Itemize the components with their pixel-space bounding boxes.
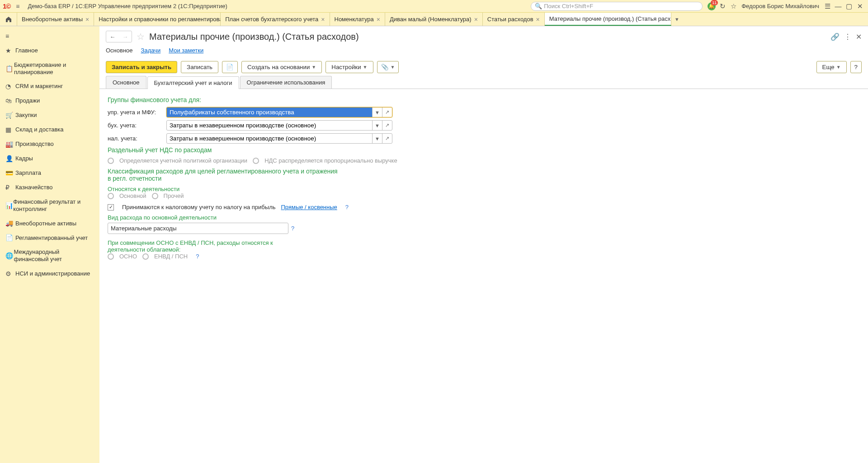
tab-nomenclature[interactable]: Номенклатура× xyxy=(330,13,385,26)
sidebar-item-hr[interactable]: 👤Кадры xyxy=(0,151,99,166)
sidebar-item-salary[interactable]: 💳Зарплата xyxy=(0,166,99,180)
sidebar-item-production[interactable]: 🏭Производство xyxy=(0,137,99,151)
user-name[interactable]: Федоров Борис Михайлович xyxy=(741,3,819,9)
tab-assets[interactable]: Внеоборотные активы× xyxy=(17,13,94,26)
tab-overflow-icon[interactable]: ▾ xyxy=(671,13,683,26)
dropdown-icon[interactable]: ▼ xyxy=(372,134,382,143)
section-combined: При совмещении ОСНО с ЕНВД / ПСН, расход… xyxy=(108,239,288,253)
link-direct-indirect[interactable]: Прямые / косвенные xyxy=(281,204,337,210)
radio-vat-policy[interactable] xyxy=(108,158,114,164)
sidebar-item-admin[interactable]: ⚙НСИ и администрирование xyxy=(0,267,99,281)
sidebar-item-regulated[interactable]: 📄Регламентированный учет xyxy=(0,230,99,245)
tab-chart-accounts[interactable]: План счетов бухгалтерского учета× xyxy=(221,13,330,26)
close-window-icon[interactable]: ✕ xyxy=(854,1,865,12)
help-hint-icon[interactable]: ? xyxy=(345,204,349,210)
tab-materials-expense[interactable]: Материалы прочие (производ.) (Статья рас… xyxy=(545,13,671,26)
save-close-button[interactable]: Записать и закрыть xyxy=(106,61,177,73)
label-buh: бух. учета: xyxy=(108,122,166,129)
combo-upr[interactable]: ▼ ↗ xyxy=(166,107,392,117)
home-tab[interactable] xyxy=(0,13,17,26)
combo-nal[interactable]: ▼ ↗ xyxy=(166,133,392,144)
sidebar-item-warehouse[interactable]: ▦Склад и доставка xyxy=(0,122,99,137)
minimize-icon[interactable]: — xyxy=(833,1,844,12)
nav-main[interactable]: Основное xyxy=(106,47,133,54)
sidebar-item-ifrs[interactable]: 🌐Международный финансовый учет xyxy=(0,245,99,266)
close-icon[interactable]: × xyxy=(377,16,380,23)
sidebar-item-sales[interactable]: 🛍Продажи xyxy=(0,94,99,108)
label-upr: упр. учета и МФУ: xyxy=(108,109,166,116)
checkbox-tax[interactable]: ✓ xyxy=(108,204,114,210)
search-placeholder: Поиск Ctrl+Shift+F xyxy=(544,3,593,9)
back-button[interactable]: ← xyxy=(106,31,119,42)
help-button[interactable]: ? xyxy=(850,61,862,73)
search-icon: 🔍 xyxy=(535,3,542,9)
sidebar-item-fixed-assets[interactable]: 🚚Внеоборотные активы xyxy=(0,216,99,230)
doc-icon: 📄 xyxy=(5,234,15,241)
global-search[interactable]: 🔍 Поиск Ctrl+Shift+F xyxy=(531,2,703,11)
radio-activity-other[interactable] xyxy=(152,193,158,199)
sidebar-toggle[interactable]: ≡ xyxy=(0,29,99,43)
attach-button[interactable]: 📎▼ xyxy=(377,61,399,73)
link-icon[interactable]: 🔗 xyxy=(830,33,840,41)
sidebar-item-budgeting[interactable]: 📋Бюджетирование и планирование xyxy=(0,58,99,79)
sidebar-item-purchases[interactable]: 🛒Закупки xyxy=(0,108,99,122)
close-icon[interactable]: × xyxy=(536,16,540,23)
nav-notes[interactable]: Мои заметки xyxy=(169,47,203,54)
user-menu-icon[interactable]: ☰ xyxy=(822,1,833,12)
tab-settings-refs[interactable]: Настройки и справочники по регламентиров… xyxy=(94,13,221,26)
radio-activity-main[interactable] xyxy=(108,193,114,199)
favorite-page-icon[interactable]: ☆ xyxy=(137,31,145,42)
tab-divan[interactable]: Диван малый (Номенклатура)× xyxy=(385,13,483,26)
gear-icon: ⚙ xyxy=(5,270,15,277)
sidebar-item-main[interactable]: ★Главное xyxy=(0,43,99,58)
input-buh[interactable] xyxy=(167,121,372,130)
dropdown-icon[interactable]: ▼ xyxy=(372,121,382,130)
combo-buh[interactable]: ▼ ↗ xyxy=(166,120,392,131)
help-hint-icon[interactable]: ? xyxy=(196,253,199,260)
open-icon[interactable]: ↗ xyxy=(382,108,392,117)
input-upr[interactable] xyxy=(167,108,372,117)
settings-button[interactable]: Настройки▼ xyxy=(326,61,373,73)
open-icon[interactable]: ↗ xyxy=(382,121,392,130)
forward-button[interactable]: → xyxy=(119,31,132,42)
tab-expense-items[interactable]: Статьи расходов× xyxy=(483,13,545,26)
sidebar-item-finresult[interactable]: 📊Финансовый результат и контроллинг xyxy=(0,195,99,216)
close-icon[interactable]: × xyxy=(474,16,478,23)
main-menu-icon[interactable]: ≡ xyxy=(12,3,23,10)
app-title: Демо-база ERP / 1С:ERP Управление предпр… xyxy=(28,3,227,9)
help-hint-icon[interactable]: ? xyxy=(291,225,294,232)
close-icon[interactable]: × xyxy=(321,16,325,23)
subtab-accounting[interactable]: Бухгалтерский учет и налоги xyxy=(147,76,239,89)
create-based-button[interactable]: Создать на основании▼ xyxy=(241,61,322,73)
select-expense-type[interactable]: Материальные расходы xyxy=(108,223,288,234)
expense-type-label: Вид расхода по основной деятельности xyxy=(108,214,860,221)
factory-icon: 🏭 xyxy=(5,140,15,148)
title-bar: 1© ≡ Демо-база ERP / 1С:ERP Управление п… xyxy=(0,0,868,13)
close-page-icon[interactable]: ✕ xyxy=(856,33,862,41)
notifications-icon[interactable]: 🔔 11 xyxy=(706,1,717,12)
nav-tasks[interactable]: Задачи xyxy=(141,47,161,54)
radio-envd[interactable] xyxy=(142,253,149,260)
radio-osno[interactable] xyxy=(108,253,114,260)
more-icon[interactable]: ⋮ xyxy=(844,33,851,41)
subtab-restriction[interactable]: Ограничение использования xyxy=(240,76,332,89)
close-icon[interactable]: × xyxy=(85,16,89,23)
report-button[interactable]: 📄 xyxy=(222,61,238,73)
pie-icon: ◔ xyxy=(5,83,15,90)
more-button[interactable]: Еще▼ xyxy=(816,61,847,73)
history-icon[interactable]: ↻ xyxy=(717,1,728,12)
favorite-icon[interactable]: ☆ xyxy=(728,1,739,12)
subtab-main[interactable]: Основное xyxy=(106,76,146,89)
save-button[interactable]: Записать xyxy=(181,61,218,73)
open-icon[interactable]: ↗ xyxy=(382,134,392,143)
input-nal[interactable] xyxy=(167,134,372,143)
chart-icon: 📊 xyxy=(5,202,13,209)
radio-vat-proportional[interactable] xyxy=(253,158,259,164)
bag-icon: 🛍 xyxy=(5,97,15,104)
sidebar-item-crm[interactable]: ◔CRM и маркетинг xyxy=(0,79,99,94)
dropdown-icon[interactable]: ▼ xyxy=(372,108,382,117)
activity-label: Относятся к деятельности xyxy=(108,186,860,192)
plan-icon: 📋 xyxy=(5,65,14,72)
maximize-icon[interactable]: ▢ xyxy=(844,1,854,12)
sidebar-item-treasury[interactable]: ₽Казначейство xyxy=(0,180,99,195)
